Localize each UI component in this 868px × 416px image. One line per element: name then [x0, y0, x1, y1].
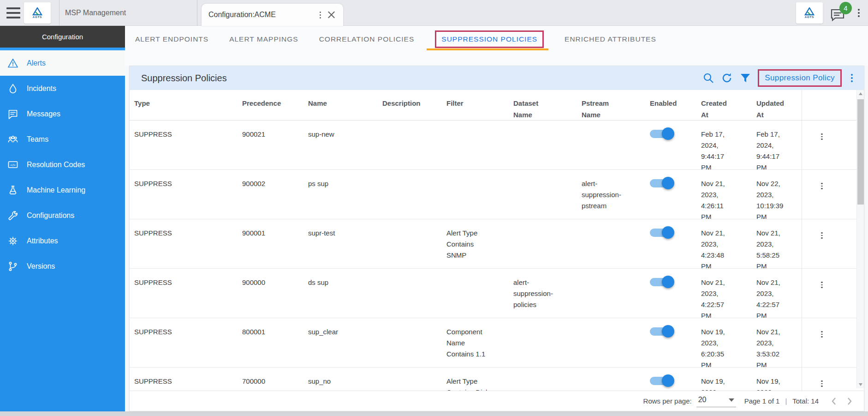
cell-actions	[802, 170, 857, 219]
table-row: SUPPRESS900001supr-testAlert Type Contai…	[130, 219, 857, 269]
rows-per-page-select[interactable]: 20	[696, 395, 736, 407]
row-menu-kebab-icon[interactable]	[819, 181, 825, 191]
tab-alert-endpoints[interactable]: ALERT ENDPOINTS	[135, 26, 208, 43]
cell-pstream-name	[577, 219, 645, 268]
hamburger-menu-icon[interactable]	[6, 7, 20, 18]
suppression-policies-panel: Suppression Policies Suppression Policy …	[129, 66, 864, 411]
scrollbar-thumb[interactable]	[857, 99, 864, 205]
tab-correlation-policies[interactable]: CORRELATION POLICIES	[319, 26, 415, 43]
cell-created-at: Nov 21, 2023, 4:22:57 PM	[696, 269, 752, 318]
sidebar-item-versions[interactable]: Versions	[0, 253, 125, 279]
sidebar-item-machine-learning[interactable]: Machine Learning	[0, 177, 125, 203]
sidebar-nav: Alerts Incidents Messages Teams</> Resol…	[0, 50, 125, 279]
enabled-toggle[interactable]	[650, 130, 673, 138]
enabled-toggle[interactable]	[650, 327, 673, 336]
filter-icon[interactable]	[739, 72, 751, 84]
flame-icon	[7, 83, 18, 94]
table-row: SUPPRESS800001sup_clearComponent Name Co…	[130, 318, 857, 368]
annotation-box: SUPPRESSION POLICIES	[435, 30, 544, 48]
cell-pstream-name: alert-suppression-pstream	[577, 170, 645, 219]
previous-page-icon[interactable]	[828, 395, 840, 407]
cell-precedence: 900021	[238, 121, 303, 169]
panel-header: Suppression Policies Suppression Policy	[130, 66, 864, 90]
footer-divider: |	[785, 397, 787, 405]
sidebar-item-teams[interactable]: Teams	[0, 127, 125, 152]
enabled-toggle[interactable]	[650, 179, 673, 187]
cell-actions	[802, 368, 857, 392]
next-page-icon[interactable]	[844, 395, 856, 407]
cell-enabled	[645, 219, 696, 268]
cell-name: ps sup	[303, 170, 378, 219]
notification-count-badge: 4	[839, 2, 852, 14]
cell-name: sup_clear	[303, 318, 378, 367]
sidebar-title: Configuration	[0, 26, 125, 48]
toggle-thumb	[662, 226, 674, 239]
scrollbar-up-icon[interactable]	[857, 90, 864, 97]
cell-filter	[442, 269, 509, 318]
sidebar-item-messages[interactable]: Messages	[0, 101, 125, 127]
tab-alert-mappings[interactable]: ALERT MAPPINGS	[229, 26, 298, 43]
cell-description	[378, 219, 442, 268]
column-header-name: Name	[303, 90, 378, 120]
team-icon	[7, 134, 18, 145]
cell-updated-at: Nov 19, 2023,	[752, 368, 802, 392]
tab-close-icon[interactable]	[327, 11, 336, 19]
table-row: SUPPRESS900000ds supalert-suppression-po…	[130, 269, 857, 318]
cell-created-at: Nov 19, 2023, 6:20:35 PM	[696, 318, 752, 367]
panel-title: Suppression Policies	[141, 73, 696, 84]
sidebar-item-label: Teams	[27, 135, 48, 144]
cell-dataset-name: alert-suppression-policies	[509, 269, 577, 318]
flask-icon	[7, 185, 18, 196]
cell-name: sup_no	[303, 368, 378, 392]
tab-msp-management[interactable]: MSP Management	[59, 0, 197, 26]
row-menu-kebab-icon[interactable]	[819, 280, 825, 290]
cell-name: supr-test	[303, 219, 378, 268]
cell-updated-at: Nov 22, 2023, 10:19:39 PM	[752, 170, 802, 219]
sidebar-item-alerts[interactable]: Alerts	[0, 50, 125, 76]
cell-type: SUPPRESS	[130, 219, 238, 268]
wrench-icon	[7, 210, 18, 221]
topbar-kebab-menu-icon[interactable]	[856, 7, 862, 19]
add-suppression-policy-button[interactable]: Suppression Policy	[765, 73, 835, 82]
cell-type: SUPPRESS	[130, 269, 238, 318]
sidebar-item-configurations[interactable]: Configurations	[0, 203, 125, 228]
row-menu-kebab-icon[interactable]	[819, 329, 825, 339]
tab-options-kebab-icon[interactable]	[318, 10, 323, 20]
sidebar-item-attributes[interactable]: Attributes	[0, 228, 125, 253]
sidebar-item-resolution-codes[interactable]: </> Resolution Codes	[0, 152, 125, 177]
msp-tab-label: MSP Management	[65, 9, 126, 17]
cell-actions	[802, 121, 857, 169]
cell-filter: Component Name Contains 1.1	[442, 318, 509, 367]
search-icon[interactable]	[702, 72, 714, 84]
sidebar-item-label: Alerts	[27, 59, 46, 67]
cell-description	[378, 368, 442, 392]
cell-pstream-name	[577, 368, 645, 392]
tab-suppression-policies[interactable]: SUPPRESSION POLICIES	[435, 26, 544, 48]
logo-text: AOTS	[805, 16, 814, 18]
vertical-scrollbar[interactable]	[856, 90, 864, 388]
sidebar-item-label: Machine Learning	[27, 186, 85, 194]
tab-enriched-attributes[interactable]: ENRICHED ATTRIBUTES	[565, 26, 656, 43]
sidebar-item-label: Configurations	[27, 211, 74, 220]
logo-triangle-icon	[804, 7, 815, 16]
refresh-icon[interactable]	[721, 72, 733, 84]
row-menu-kebab-icon[interactable]	[819, 230, 825, 241]
cell-dataset-name	[509, 368, 577, 392]
row-menu-kebab-icon[interactable]	[819, 379, 825, 389]
tab-configuration-acme[interactable]: Configuration:ACME	[202, 4, 343, 26]
cell-actions	[802, 219, 857, 268]
app-logo: AOTS	[24, 2, 51, 24]
row-menu-kebab-icon[interactable]	[819, 132, 825, 142]
scrollbar-down-icon[interactable]	[857, 381, 864, 388]
enabled-toggle[interactable]	[650, 377, 673, 385]
table-row: SUPPRESS900002ps supalert-suppression-ps…	[130, 170, 857, 219]
column-header-actions	[802, 90, 857, 120]
sidebar-item-incidents[interactable]: Incidents	[0, 76, 125, 101]
notifications-button[interactable]: 4	[830, 4, 849, 22]
enabled-toggle[interactable]	[650, 278, 673, 286]
panel-kebab-menu-icon[interactable]	[849, 72, 855, 84]
enabled-toggle[interactable]	[650, 229, 673, 237]
tab-label: ENRICHED ATTRIBUTES	[565, 35, 656, 43]
cell-description	[378, 170, 442, 219]
sidebar: Configuration Alerts Incidents Messages …	[0, 26, 125, 416]
